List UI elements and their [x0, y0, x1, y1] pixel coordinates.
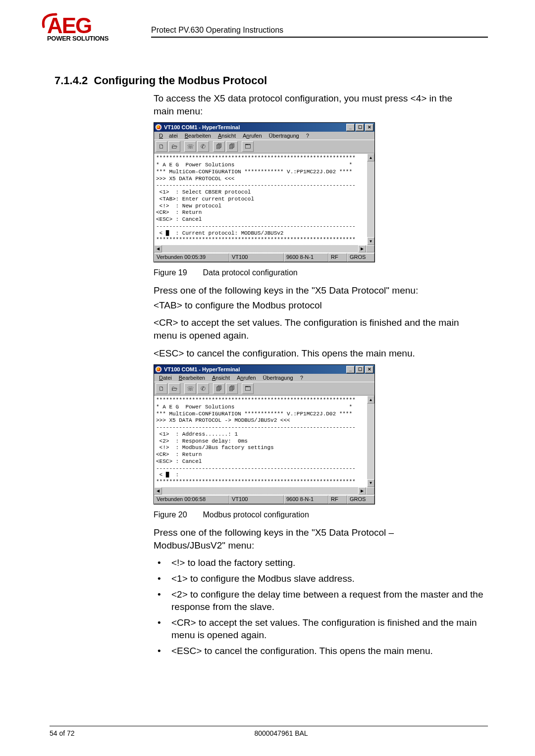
status-caps: GROS [347, 253, 374, 262]
section-heading: 7.1.4.2 Configuring the Modbus Protocol [54, 74, 488, 87]
hyperterminal-window-2: VT100 COM1 - HyperTerminal _ ☐ ✕ Datei B… [154, 364, 375, 504]
menu-ansicht[interactable]: Ansicht [215, 132, 239, 139]
bullet-list: <!> to load the factory setting. <1> to … [154, 556, 488, 657]
minimize-button[interactable]: _ [346, 124, 355, 131]
status-rf: RF [328, 253, 347, 262]
toolbar: 🗋 🗁 ☏ ✆ 🗐 🗐 🗔 [154, 382, 374, 396]
menu-anrufen[interactable]: Anrufen [234, 374, 259, 381]
menu-help[interactable]: ? [303, 132, 312, 139]
page-footer: 54 of 72 8000047961 BAL [50, 729, 488, 737]
toolbar: 🗋 🗁 ☏ ✆ 🗐 🗐 🗔 [154, 140, 374, 153]
maximize-button[interactable]: ☐ [356, 124, 364, 131]
figure-20-caption: Figure 20 Modbus protocol configuration [154, 510, 488, 519]
menu-uebertragung[interactable]: Übertragung [260, 374, 296, 381]
footer-page-number: 54 of 72 [50, 729, 173, 737]
scroll-left-icon[interactable]: ◀ [154, 487, 162, 495]
close-button[interactable]: ✕ [365, 366, 374, 373]
menu-uebertragung[interactable]: Übertragung [266, 132, 302, 139]
vertical-scrollbar[interactable]: ▲ ▼ [367, 153, 374, 245]
bullet-delay: <2> to configure the delay time between … [154, 588, 488, 613]
menu-datei[interactable]: Datei [156, 132, 181, 139]
scroll-down-icon[interactable]: ▼ [367, 479, 374, 487]
toolbar-send-icon[interactable]: 🗐 [213, 141, 225, 152]
hyperterminal-window-1: VT100 COM1 - HyperTerminal _ ☐ ✕ Datei B… [154, 122, 375, 262]
minimize-button[interactable]: _ [346, 366, 355, 373]
footer-document-id: 8000047961 BAL [173, 729, 389, 737]
brand-logo: AEG POWER SOLUTIONS [47, 15, 126, 42]
terminal-output: ****************************************… [154, 153, 367, 245]
titlebar: VT100 COM1 - HyperTerminal _ ☐ ✕ [154, 123, 374, 132]
terminal-output: ****************************************… [154, 396, 367, 487]
status-emulation: VT100 [229, 495, 284, 504]
figure-19-caption: Figure 19 Data protocol configuration [154, 268, 488, 277]
toolbar-new-icon[interactable]: 🗋 [156, 383, 167, 394]
toolbar-open-icon[interactable]: 🗁 [168, 383, 180, 394]
section-number: 7.1.4.2 [54, 74, 88, 87]
scroll-right-icon[interactable]: ▶ [358, 487, 366, 495]
para-cr: <CR> to accept the set values. The confi… [154, 316, 463, 342]
toolbar-disconnect-icon[interactable]: ✆ [197, 141, 209, 152]
para-intro: To access the X5 data protocol configura… [154, 92, 463, 117]
toolbar-receive-icon[interactable]: 🗐 [226, 383, 238, 394]
toolbar-properties-icon[interactable]: 🗔 [242, 383, 254, 394]
toolbar-callhang-icon[interactable]: ☏ [184, 383, 196, 394]
toolbar-open-icon[interactable]: 🗁 [168, 141, 180, 152]
para-keys-intro-2: Press one of the following keys in the "… [154, 526, 463, 552]
statusbar: Verbunden 00:06:58 VT100 9600 8-N-1 RF G… [154, 495, 374, 504]
bullet-esc: <ESC> to cancel the configuration. This … [154, 645, 488, 657]
window-title: VT100 COM1 - HyperTerminal [164, 124, 345, 130]
brand-tagline: POWER SOLUTIONS [47, 35, 126, 42]
scroll-down-icon[interactable]: ▼ [367, 237, 374, 245]
app-icon [155, 124, 162, 131]
menu-help[interactable]: ? [297, 374, 306, 381]
scroll-left-icon[interactable]: ◀ [154, 245, 162, 252]
menu-bearbeiten[interactable]: Bearbeiten [176, 374, 208, 381]
para-esc: <ESC> to cancel the configuration. This … [154, 347, 463, 360]
window-title: VT100 COM1 - HyperTerminal [164, 366, 345, 372]
figure-caption-text: Modbus protocol configuration [203, 510, 309, 519]
figure-number: Figure 19 [154, 268, 201, 277]
menu-bearbeiten[interactable]: Bearbeiten [182, 132, 214, 139]
vertical-scrollbar[interactable]: ▲ ▼ [367, 396, 374, 487]
statusbar: Verbunden 00:05:39 VT100 9600 8-N-1 RF G… [154, 252, 374, 262]
para-keys-intro: Press one of the following keys in the "… [154, 284, 463, 297]
toolbar-callhang-icon[interactable]: ☏ [184, 141, 196, 152]
menu-anrufen[interactable]: Anrufen [240, 132, 265, 139]
bullet-cr: <CR> to accept the set values. The confi… [154, 616, 488, 642]
status-rf: RF [328, 495, 347, 504]
section-title-text: Configuring the Modbus Protocol [94, 74, 268, 87]
scroll-right-icon[interactable]: ▶ [358, 245, 366, 252]
horizontal-scrollbar[interactable]: ◀ ▶ [154, 487, 374, 495]
status-emulation: VT100 [229, 253, 284, 262]
menubar: Datei Bearbeiten Ansicht Anrufen Übertra… [154, 132, 374, 140]
status-caps: GROS [347, 495, 374, 504]
resize-grip-icon[interactable] [366, 487, 374, 495]
menu-datei[interactable]: Datei [156, 374, 175, 381]
bullet-factory: <!> to load the factory setting. [154, 556, 488, 569]
toolbar-receive-icon[interactable]: 🗐 [226, 141, 238, 152]
toolbar-send-icon[interactable]: 🗐 [213, 383, 225, 394]
menubar: Datei Bearbeiten Ansicht Anrufen Übertra… [154, 374, 374, 382]
footer-right [389, 729, 488, 737]
bullet-slave-address: <1> to configure the Modbus slave addres… [154, 572, 488, 585]
figure-caption-text: Data protocol configuration [203, 268, 297, 277]
status-port: 9600 8-N-1 [284, 495, 328, 504]
scroll-up-icon[interactable]: ▲ [367, 396, 374, 403]
scroll-up-icon[interactable]: ▲ [367, 153, 374, 161]
status-connection: Verbunden 00:05:39 [154, 253, 229, 262]
horizontal-scrollbar[interactable]: ◀ ▶ [154, 245, 374, 252]
close-button[interactable]: ✕ [365, 124, 374, 131]
status-connection: Verbunden 00:06:58 [154, 495, 229, 504]
toolbar-new-icon[interactable]: 🗋 [156, 141, 167, 152]
status-port: 9600 8-N-1 [284, 253, 328, 262]
menu-ansicht[interactable]: Ansicht [209, 374, 233, 381]
maximize-button[interactable]: ☐ [356, 366, 364, 373]
toolbar-disconnect-icon[interactable]: ✆ [197, 383, 209, 394]
app-icon [155, 366, 162, 373]
doc-title: Protect PV.630 Operating Instructions [151, 26, 488, 37]
titlebar: VT100 COM1 - HyperTerminal _ ☐ ✕ [154, 365, 374, 374]
para-tab: <TAB> to configure the Modbus protocol [154, 299, 463, 312]
figure-number: Figure 20 [154, 510, 201, 519]
resize-grip-icon[interactable] [366, 245, 374, 252]
toolbar-properties-icon[interactable]: 🗔 [242, 141, 254, 152]
